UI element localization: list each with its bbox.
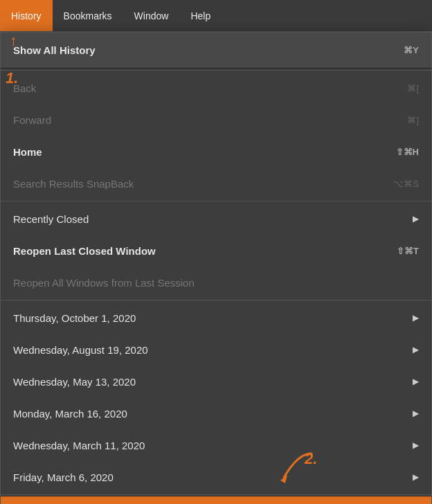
history-item-0[interactable]: Thursday, October 1, 2020 ▶ bbox=[1, 302, 431, 334]
history-item-3-arrow-icon: ▶ bbox=[413, 408, 419, 418]
history-item-2-label: Wednesday, May 13, 2020 bbox=[13, 376, 136, 388]
reopen-last-closed-shortcut: ⇧⌘T bbox=[397, 246, 419, 256]
history-dropdown: Show All History ⌘Y Back ⌘[ Forward ⌘] H… bbox=[0, 32, 432, 504]
clear-history-item[interactable]: Clear History... bbox=[1, 496, 431, 504]
history-item-1-arrow-icon: ▶ bbox=[413, 345, 419, 354]
divider-1 bbox=[1, 70, 431, 71]
back-label: Back bbox=[13, 82, 36, 94]
history-item-2[interactable]: Wednesday, May 13, 2020 ▶ bbox=[1, 366, 431, 397]
history-item-5-arrow-icon: ▶ bbox=[413, 472, 419, 482]
divider-2 bbox=[1, 201, 431, 201]
menu-bar-item-history[interactable]: History bbox=[0, 0, 53, 31]
menu-bar-history-label: History bbox=[11, 10, 42, 21]
menu-bar-window-label: Window bbox=[134, 10, 169, 21]
home-label: Home bbox=[13, 146, 42, 158]
snapback-item[interactable]: Search Results SnapBack ⌥⌘S bbox=[1, 168, 431, 199]
back-item[interactable]: Back ⌘[ bbox=[1, 72, 431, 104]
history-item-2-arrow-icon: ▶ bbox=[413, 377, 419, 386]
divider-3 bbox=[1, 300, 431, 300]
forward-label: Forward bbox=[13, 114, 51, 126]
reopen-last-closed-item[interactable]: Reopen Last Closed Window ⇧⌘T bbox=[1, 235, 431, 267]
menu-bar-item-help[interactable]: Help bbox=[179, 0, 222, 31]
recently-closed-item[interactable]: Recently Closed ▶ bbox=[1, 203, 431, 235]
menu-bar: History Bookmarks Window Help bbox=[0, 0, 432, 32]
history-item-3-label: Monday, March 16, 2020 bbox=[13, 408, 127, 420]
home-shortcut: ⇧⌘H bbox=[396, 147, 419, 157]
show-all-history-item[interactable]: Show All History ⌘Y bbox=[1, 33, 431, 69]
history-item-0-arrow-icon: ▶ bbox=[413, 313, 419, 323]
show-all-history-label: Show All History bbox=[13, 44, 96, 56]
history-item-3[interactable]: Monday, March 16, 2020 ▶ bbox=[1, 397, 431, 429]
history-item-4[interactable]: Wednesday, March 11, 2020 ▶ bbox=[1, 429, 431, 461]
menu-bar-item-bookmarks[interactable]: Bookmarks bbox=[53, 0, 123, 31]
recently-closed-label: Recently Closed bbox=[13, 213, 89, 225]
history-item-5-label: Friday, March 6, 2020 bbox=[13, 471, 114, 483]
forward-item[interactable]: Forward ⌘] bbox=[1, 104, 431, 136]
show-all-history-shortcut: ⌘Y bbox=[404, 45, 419, 55]
menu-bar-bookmarks-label: Bookmarks bbox=[64, 10, 112, 21]
history-item-0-label: Thursday, October 1, 2020 bbox=[13, 312, 136, 324]
snapback-shortcut: ⌥⌘S bbox=[393, 179, 419, 189]
history-item-5[interactable]: Friday, March 6, 2020 ▶ bbox=[1, 461, 431, 493]
reopen-all-windows-label: Reopen All Windows from Last Session bbox=[13, 277, 195, 289]
history-item-4-arrow-icon: ▶ bbox=[413, 440, 419, 450]
menu-bar-help-label: Help bbox=[190, 10, 210, 21]
snapback-label: Search Results SnapBack bbox=[13, 178, 134, 190]
recently-closed-arrow-icon: ▶ bbox=[413, 214, 419, 224]
divider-4 bbox=[1, 494, 431, 495]
reopen-last-closed-label: Reopen Last Closed Window bbox=[13, 245, 156, 257]
home-item[interactable]: Home ⇧⌘H bbox=[1, 136, 431, 168]
history-item-1-label: Wednesday, August 19, 2020 bbox=[13, 344, 148, 356]
history-item-4-label: Wednesday, March 11, 2020 bbox=[13, 440, 145, 451]
menu-bar-item-window[interactable]: Window bbox=[123, 0, 180, 31]
history-item-1[interactable]: Wednesday, August 19, 2020 ▶ bbox=[1, 334, 431, 366]
reopen-all-windows-item[interactable]: Reopen All Windows from Last Session bbox=[1, 267, 431, 298]
back-shortcut: ⌘[ bbox=[407, 83, 419, 93]
forward-shortcut: ⌘] bbox=[407, 115, 419, 125]
